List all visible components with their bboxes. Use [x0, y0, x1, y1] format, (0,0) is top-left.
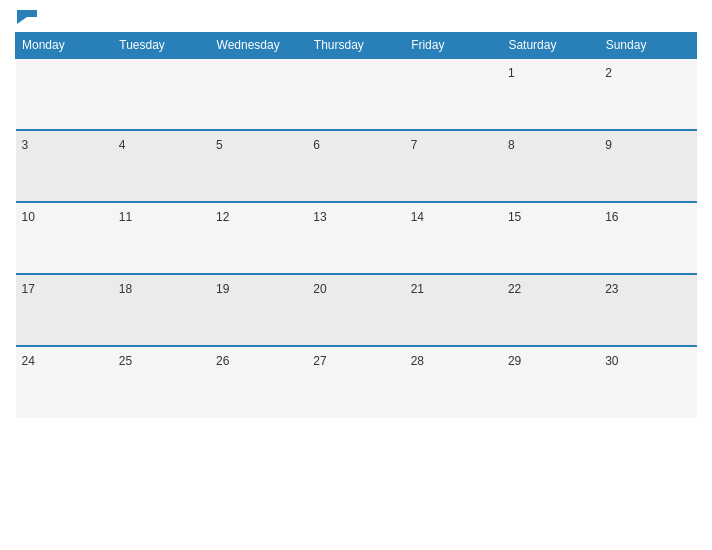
calendar-day-14: 14: [405, 202, 502, 274]
calendar-container: MondayTuesdayWednesdayThursdayFridaySatu…: [0, 0, 712, 550]
calendar-day-7: 7: [405, 130, 502, 202]
calendar-day-23: 23: [599, 274, 696, 346]
calendar-day-19: 19: [210, 274, 307, 346]
calendar-day-3: 3: [16, 130, 113, 202]
calendar-day-empty: [113, 58, 210, 130]
calendar-day-18: 18: [113, 274, 210, 346]
weekday-header-row: MondayTuesdayWednesdayThursdayFridaySatu…: [16, 33, 697, 59]
weekday-header-tuesday: Tuesday: [113, 33, 210, 59]
calendar-day-29: 29: [502, 346, 599, 418]
day-number: 10: [22, 210, 35, 224]
weekday-header-wednesday: Wednesday: [210, 33, 307, 59]
day-number: 22: [508, 282, 521, 296]
day-number: 12: [216, 210, 229, 224]
day-number: 19: [216, 282, 229, 296]
day-number: 28: [411, 354, 424, 368]
calendar-day-8: 8: [502, 130, 599, 202]
day-number: 20: [313, 282, 326, 296]
calendar-day-11: 11: [113, 202, 210, 274]
logo: [15, 10, 37, 24]
day-number: 26: [216, 354, 229, 368]
day-number: 15: [508, 210, 521, 224]
calendar-day-25: 25: [113, 346, 210, 418]
calendar-day-empty: [405, 58, 502, 130]
weekday-header-friday: Friday: [405, 33, 502, 59]
day-number: 4: [119, 138, 126, 152]
calendar-day-26: 26: [210, 346, 307, 418]
calendar-day-20: 20: [307, 274, 404, 346]
day-number: 8: [508, 138, 515, 152]
calendar-week-row: 3456789: [16, 130, 697, 202]
calendar-day-empty: [16, 58, 113, 130]
day-number: 5: [216, 138, 223, 152]
logo-flag-icon: [17, 10, 37, 24]
day-number: 23: [605, 282, 618, 296]
calendar-day-22: 22: [502, 274, 599, 346]
day-number: 27: [313, 354, 326, 368]
day-number: 11: [119, 210, 132, 224]
day-number: 3: [22, 138, 29, 152]
calendar-week-row: 10111213141516: [16, 202, 697, 274]
calendar-day-24: 24: [16, 346, 113, 418]
calendar-table: MondayTuesdayWednesdayThursdayFridaySatu…: [15, 32, 697, 418]
day-number: 6: [313, 138, 320, 152]
day-number: 2: [605, 66, 612, 80]
calendar-day-9: 9: [599, 130, 696, 202]
calendar-day-17: 17: [16, 274, 113, 346]
day-number: 25: [119, 354, 132, 368]
day-number: 24: [22, 354, 35, 368]
day-number: 30: [605, 354, 618, 368]
day-number: 16: [605, 210, 618, 224]
day-number: 21: [411, 282, 424, 296]
calendar-day-15: 15: [502, 202, 599, 274]
calendar-day-28: 28: [405, 346, 502, 418]
weekday-header-sunday: Sunday: [599, 33, 696, 59]
calendar-day-27: 27: [307, 346, 404, 418]
day-number: 1: [508, 66, 515, 80]
calendar-day-16: 16: [599, 202, 696, 274]
calendar-day-6: 6: [307, 130, 404, 202]
calendar-day-5: 5: [210, 130, 307, 202]
calendar-day-21: 21: [405, 274, 502, 346]
calendar-day-2: 2: [599, 58, 696, 130]
day-number: 9: [605, 138, 612, 152]
day-number: 18: [119, 282, 132, 296]
calendar-week-row: 17181920212223: [16, 274, 697, 346]
weekday-header-thursday: Thursday: [307, 33, 404, 59]
calendar-day-30: 30: [599, 346, 696, 418]
day-number: 29: [508, 354, 521, 368]
calendar-day-10: 10: [16, 202, 113, 274]
calendar-week-row: 24252627282930: [16, 346, 697, 418]
weekday-header-monday: Monday: [16, 33, 113, 59]
day-number: 13: [313, 210, 326, 224]
day-number: 17: [22, 282, 35, 296]
calendar-day-13: 13: [307, 202, 404, 274]
calendar-day-12: 12: [210, 202, 307, 274]
day-number: 7: [411, 138, 418, 152]
calendar-header: [15, 10, 697, 24]
calendar-day-empty: [210, 58, 307, 130]
calendar-week-row: 12: [16, 58, 697, 130]
calendar-day-1: 1: [502, 58, 599, 130]
day-number: 14: [411, 210, 424, 224]
calendar-day-4: 4: [113, 130, 210, 202]
weekday-header-saturday: Saturday: [502, 33, 599, 59]
calendar-day-empty: [307, 58, 404, 130]
